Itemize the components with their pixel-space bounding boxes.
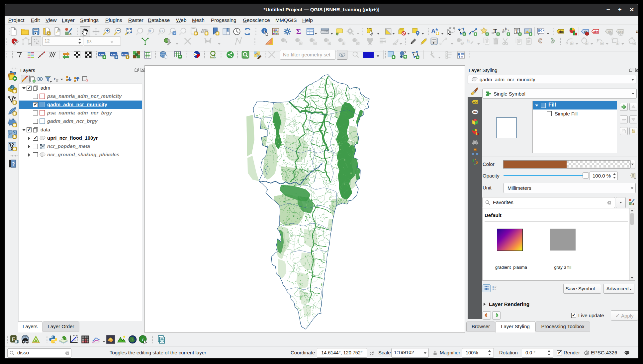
svg-text:✱: ✱ — [633, 42, 635, 45]
svg-text:✱: ✱ — [13, 123, 16, 127]
svg-text:✱: ✱ — [205, 32, 208, 35]
svg-text:✱: ✱ — [13, 135, 16, 139]
svg-text:T: T — [515, 29, 519, 34]
svg-text:✱: ✱ — [616, 42, 619, 45]
svg-text:a: a — [632, 202, 634, 205]
svg-text:✱: ✱ — [342, 42, 345, 45]
svg-text:hub: hub — [210, 56, 216, 59]
svg-text:✱: ✱ — [601, 42, 603, 45]
svg-text:✱: ✱ — [571, 42, 573, 45]
svg-text:a: a — [503, 28, 504, 31]
svg-text:c: c — [507, 28, 509, 31]
svg-text:✱: ✱ — [13, 111, 16, 115]
svg-text:fx: fx — [467, 38, 470, 43]
svg-text:✱: ✱ — [13, 89, 16, 93]
svg-text:abc: abc — [558, 30, 564, 34]
svg-text:✱: ✱ — [436, 32, 439, 35]
svg-text:»: » — [636, 28, 638, 34]
svg-text:i: i — [264, 29, 265, 34]
svg-text:b: b — [505, 27, 507, 31]
svg-text:Σ: Σ — [296, 28, 301, 36]
svg-text:✱: ✱ — [328, 42, 330, 45]
svg-text:abc: abc — [473, 101, 478, 104]
svg-text:✱: ✱ — [13, 101, 16, 105]
svg-text:abc: abc — [473, 110, 478, 114]
svg-text:✱: ✱ — [216, 32, 219, 35]
svg-text:abc: abc — [593, 30, 598, 34]
svg-text:✱: ✱ — [586, 42, 588, 45]
svg-text:✱: ✱ — [13, 147, 16, 151]
svg-text:ε: ε — [54, 76, 56, 81]
svg-text:✱: ✱ — [195, 32, 197, 35]
svg-text:?: ? — [12, 161, 15, 167]
svg-text:abc: abc — [618, 30, 623, 34]
svg-text:1:1: 1:1 — [159, 30, 163, 33]
svg-text:A: A — [431, 28, 435, 35]
svg-text:a: a — [69, 32, 72, 36]
